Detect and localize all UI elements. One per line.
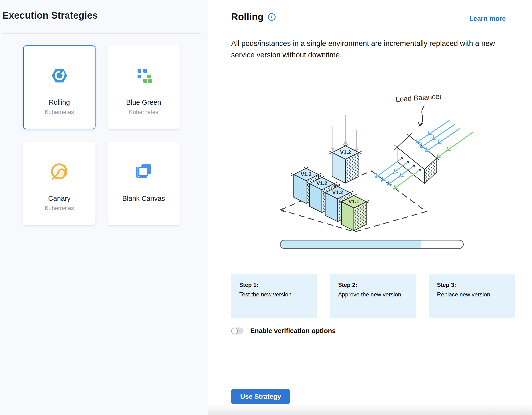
strategy-subtitle: Kubernetes (129, 109, 158, 116)
canary-icon (50, 163, 69, 181)
step-text: Approve the new version. (338, 291, 408, 298)
blank-canvas-icon (135, 163, 153, 181)
pod-version-label: V1.2 (332, 189, 343, 195)
load-balancer-pointer-arrow (420, 106, 425, 125)
strategy-name: Blue Green (126, 99, 161, 106)
step-text: Test the new version. (239, 291, 309, 298)
strategy-steps: Step 1: Test the new version. Step 2: Ap… (231, 274, 515, 318)
toggle-knob (231, 328, 238, 334)
strategy-card-blank-canvas[interactable]: Blank Canvas (107, 141, 180, 225)
step-card-2: Step 2: Approve the new version. (330, 274, 416, 318)
step-heading: Step 2: (338, 282, 408, 288)
step-heading: Step 1: (239, 282, 309, 288)
verification-toggle[interactable] (231, 327, 244, 335)
strategy-name: Blank Canvas (122, 195, 165, 202)
strategy-card-rolling[interactable]: Rolling Kubernetes (23, 45, 95, 129)
strategy-description: All pods/instances in a single environme… (231, 38, 506, 61)
use-strategy-button[interactable]: Use Strategy (231, 389, 290, 404)
strategy-name: Canary (48, 195, 71, 202)
strategy-name: Rolling (49, 99, 70, 106)
pod-version-label: V1.2 (340, 149, 351, 155)
verification-toggle-label: Enable verification options (250, 327, 336, 335)
page-title: Execution Strategies (2, 10, 98, 21)
rolling-icon (50, 67, 68, 85)
strategy-card-canary[interactable]: Canary Kubernetes (23, 141, 95, 225)
learn-more-link[interactable]: Learn more (469, 15, 506, 22)
load-balancer-label: Load Balancer (395, 92, 442, 103)
strategy-card-blue-green[interactable]: Blue Green Kubernetes (107, 45, 180, 129)
strategy-subtitle: Kubernetes (45, 205, 74, 212)
strategy-detail-title: Rolling (231, 11, 264, 22)
step-text: Replace new version. (437, 291, 507, 298)
pod-version-label: V1.2 (316, 180, 327, 186)
info-icon[interactable]: i (268, 13, 276, 21)
strategy-subtitle: Kubernetes (45, 109, 74, 116)
step-heading: Step 3: (437, 282, 507, 288)
pod-version-label: V1.1 (348, 198, 359, 204)
strategies-panel: Execution Strategies Rolling Kubernetes (0, 0, 208, 415)
pod-version-label: V1.2 (301, 171, 311, 177)
rolling-deployment-illustration: V1.2V1.2V1.2V1.1 V1.2 (270, 79, 480, 237)
divider (2, 33, 201, 34)
deployment-progress-fill (281, 240, 421, 248)
step-card-3: Step 3: Replace new version. (429, 274, 515, 318)
deployment-progress-bar (280, 240, 464, 249)
blue-green-icon (135, 67, 153, 85)
strategy-cards: Rolling Kubernetes Blue Green Kubernete (23, 45, 181, 225)
strategy-detail-panel: Rolling i Learn more All pods/instances … (208, 0, 532, 415)
step-card-1: Step 1: Test the new version. (231, 274, 317, 318)
